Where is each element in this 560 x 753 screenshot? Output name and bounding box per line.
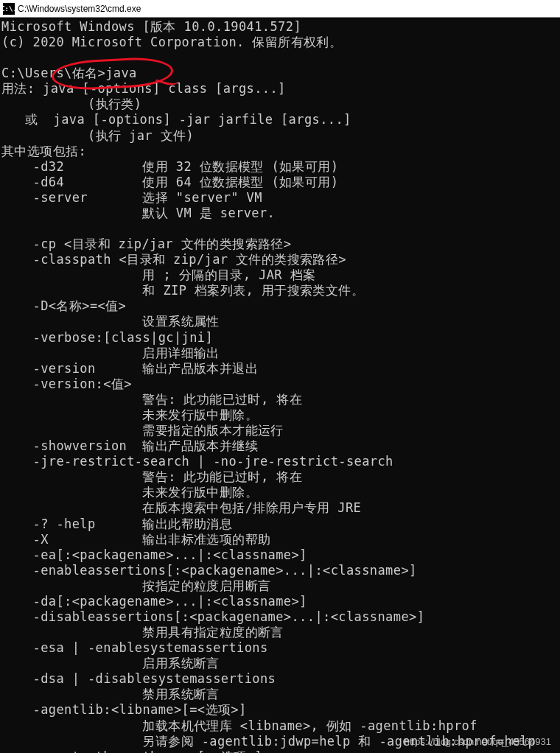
watermark-text: https://blog.csdn.net/qq_45564931	[405, 736, 552, 747]
cmd-icon: C:\.	[3, 3, 15, 15]
terminal-output[interactable]: Microsoft Windows [版本 10.0.19041.572] (c…	[0, 18, 560, 753]
window-title: C:\Windows\system32\cmd.exe	[18, 4, 141, 14]
window-titlebar: C:\. C:\Windows\system32\cmd.exe	[0, 0, 560, 18]
